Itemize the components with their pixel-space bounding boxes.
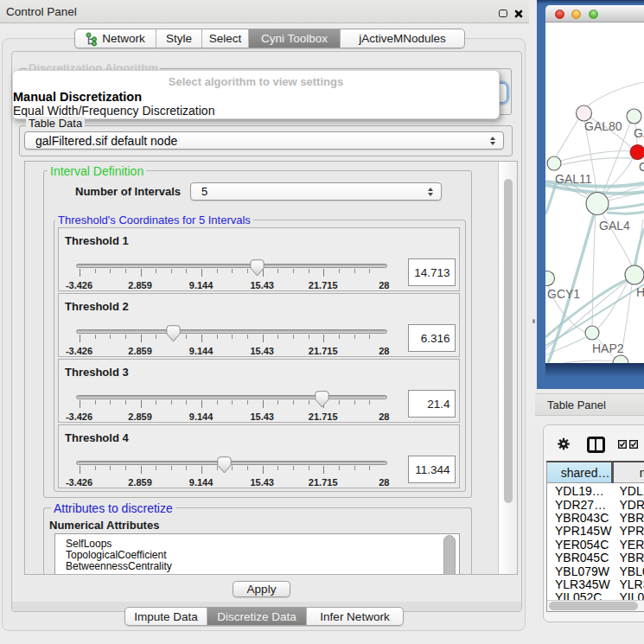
svg-text:GAL4: GAL4 [599, 219, 630, 233]
svg-text:GAL1: GAL1 [634, 126, 644, 140]
svg-text:GAL11: GAL11 [555, 172, 592, 186]
svg-text:GCY1: GCY1 [547, 287, 580, 301]
svg-text:GAL80: GAL80 [584, 119, 622, 133]
svg-text:HAP2: HAP2 [592, 341, 624, 355]
svg-text:C: C [639, 160, 644, 174]
svg-text:H: H [636, 285, 644, 299]
